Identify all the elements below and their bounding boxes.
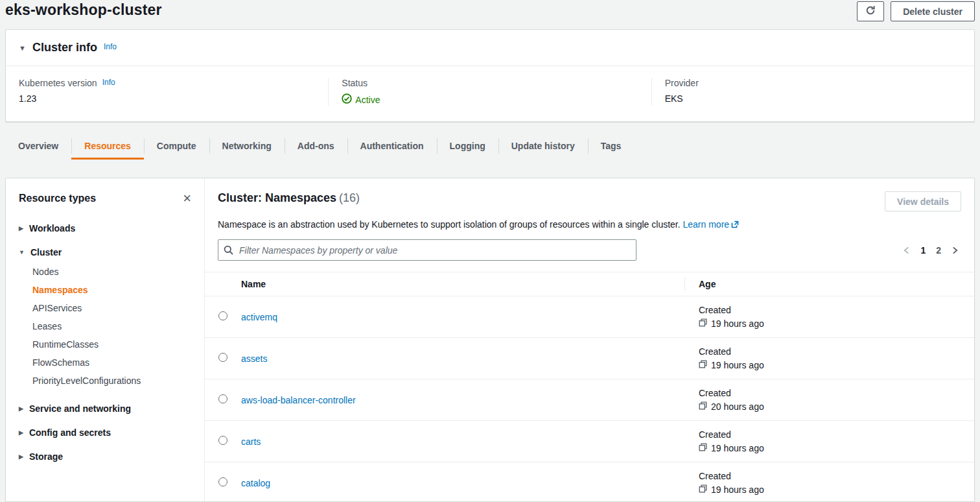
sidebar-item-leases[interactable]: Leases: [32, 317, 191, 335]
chevron-right-icon: ▶: [19, 225, 23, 232]
tab-logging[interactable]: Logging: [437, 132, 498, 160]
sidebar-item-cluster[interactable]: ▼ Cluster: [19, 247, 191, 257]
tab-update-history[interactable]: Update history: [498, 132, 588, 160]
nav-section-storage: ▶ Storage: [19, 451, 191, 462]
age-value: 19 hours ago: [711, 360, 764, 370]
resources-panel: Resource types × ▶ Workloads ▼ Cluster: [5, 178, 975, 502]
resource-types-pane: Resource types × ▶ Workloads ▼ Cluster: [6, 178, 205, 501]
namespace-link[interactable]: activemq: [241, 312, 277, 322]
table-row: catalog Created 19 hours ago: [205, 462, 974, 502]
tab-authentication[interactable]: Authentication: [347, 132, 437, 160]
nav-section-service-networking: ▶ Service and networking: [19, 403, 191, 414]
collapse-caret-icon[interactable]: ▼: [19, 44, 26, 52]
copy-icon[interactable]: [699, 484, 707, 495]
cluster-children: Nodes Namespaces APIServices Leases Runt…: [32, 263, 191, 390]
namespaces-header: Cluster: Namespaces (16) View details: [218, 191, 961, 211]
view-details-button[interactable]: View details: [885, 191, 961, 211]
delete-cluster-button[interactable]: Delete cluster: [891, 1, 975, 21]
sidebar-item-apiservices[interactable]: APIServices: [32, 299, 191, 317]
chevron-right-icon: ▶: [19, 405, 23, 412]
close-icon[interactable]: ×: [183, 191, 191, 206]
age-cell: Created 19 hours ago: [684, 464, 974, 501]
status-check-icon: [342, 93, 352, 106]
namespace-link[interactable]: carts: [241, 436, 261, 447]
page-number-2[interactable]: 2: [936, 245, 941, 256]
age-value: 19 hours ago: [711, 318, 764, 329]
provider-field: Provider EKS: [651, 78, 974, 106]
previous-page-icon[interactable]: [903, 246, 910, 255]
age-column-header: Age: [684, 272, 974, 296]
cluster-info-body: Kubernetes version Info 1.23 Status Acti…: [6, 66, 974, 121]
sidebar-item-flowschemas[interactable]: FlowSchemas: [32, 353, 191, 372]
eks-cluster-page: eks-workshop-cluster Delete cluster ▼ Cl…: [0, 0, 980, 502]
sidebar-item-runtimeclasses[interactable]: RuntimeClasses: [32, 335, 191, 353]
row-radio[interactable]: [218, 436, 228, 445]
row-radio[interactable]: [218, 477, 228, 486]
namespaces-title: Cluster: Namespaces: [218, 191, 336, 204]
cluster-info-info-link[interactable]: Info: [104, 42, 117, 51]
copy-icon[interactable]: [699, 401, 707, 412]
copy-icon[interactable]: [699, 318, 707, 329]
page-number-1[interactable]: 1: [920, 245, 926, 256]
age-value: 19 hours ago: [711, 443, 764, 453]
age-value: 20 hours ago: [711, 401, 764, 412]
sidebar-item-nodes[interactable]: Nodes: [32, 263, 191, 281]
namespaces-description: Namespace is an abstraction used by Kube…: [218, 219, 961, 230]
sidebar-item-service-and-networking[interactable]: ▶ Service and networking: [19, 403, 191, 414]
sidebar-item-config-and-secrets[interactable]: ▶ Config and secrets: [19, 427, 191, 438]
tab-add-ons[interactable]: Add-ons: [285, 132, 347, 160]
filter-field: [218, 239, 636, 261]
refresh-button[interactable]: [857, 1, 884, 21]
age-cell: Created 19 hours ago: [684, 340, 974, 377]
tab-tags[interactable]: Tags: [588, 132, 635, 160]
nav-section-cluster: ▼ Cluster Nodes Namespaces APIServices L…: [19, 247, 191, 390]
cluster-info-panel: ▼ Cluster info Info Kubernetes version I…: [5, 29, 975, 122]
copy-icon[interactable]: [699, 443, 707, 453]
table-controls: 1 2: [218, 239, 961, 261]
cluster-info-header: ▼ Cluster info Info: [6, 30, 974, 66]
provider-value: EKS: [665, 93, 961, 104]
row-radio[interactable]: [218, 311, 228, 320]
sidebar-item-storage[interactable]: ▶ Storage: [19, 451, 191, 462]
kubernetes-version-info-link[interactable]: Info: [102, 78, 115, 87]
tab-networking[interactable]: Networking: [209, 132, 285, 160]
table-row: assets Created 19 hours ago: [205, 338, 974, 379]
external-link-icon: [731, 220, 739, 230]
cluster-info-title: Cluster info: [32, 41, 97, 54]
table-row: carts Created 19 hours ago: [205, 421, 974, 462]
created-label: Created: [699, 346, 974, 357]
sidebar-item-workloads[interactable]: ▶ Workloads: [19, 223, 191, 233]
status-text: Active: [355, 95, 380, 105]
chevron-right-icon: ▶: [19, 453, 23, 460]
status-label: Status: [342, 78, 638, 88]
age-value: 19 hours ago: [711, 484, 764, 495]
namespaces-top: Cluster: Namespaces (16) View details Na…: [205, 178, 974, 261]
row-radio[interactable]: [218, 353, 228, 362]
namespaces-pane: Cluster: Namespaces (16) View details Na…: [205, 178, 974, 501]
sidebar-item-namespaces[interactable]: Namespaces: [32, 281, 191, 299]
kubernetes-version-label: Kubernetes version Info: [19, 78, 315, 88]
kubernetes-version-field: Kubernetes version Info 1.23: [6, 78, 328, 106]
resource-types-nav: ▶ Workloads ▼ Cluster Nodes Namespaces A…: [6, 223, 204, 462]
tab-overview[interactable]: Overview: [5, 132, 71, 160]
filter-input[interactable]: [218, 239, 636, 261]
learn-more-link[interactable]: Learn more: [683, 219, 740, 230]
resource-types-header: Resource types ×: [6, 191, 204, 209]
header-actions: Delete cluster: [857, 1, 975, 21]
nav-section-workloads: ▶ Workloads: [19, 223, 191, 233]
copy-icon[interactable]: [699, 360, 707, 370]
namespace-link[interactable]: assets: [241, 353, 267, 364]
sidebar-item-prioritylevelconfigurations[interactable]: PriorityLevelConfigurations: [32, 372, 191, 390]
age-cell: Created 19 hours ago: [684, 423, 974, 460]
tab-compute[interactable]: Compute: [144, 132, 209, 160]
namespace-link[interactable]: catalog: [241, 478, 270, 488]
next-page-icon[interactable]: [951, 246, 959, 255]
tab-resources[interactable]: Resources: [71, 132, 144, 160]
namespaces-count: (16): [339, 191, 360, 204]
refresh-icon: [865, 5, 876, 18]
resource-types-title: Resource types: [19, 193, 96, 204]
status-field: Status Active: [328, 78, 651, 106]
namespace-link[interactable]: aws-load-balancer-controller: [241, 395, 356, 405]
row-radio[interactable]: [218, 394, 228, 403]
cluster-tabs: Overview Resources Compute Networking Ad…: [5, 132, 975, 160]
